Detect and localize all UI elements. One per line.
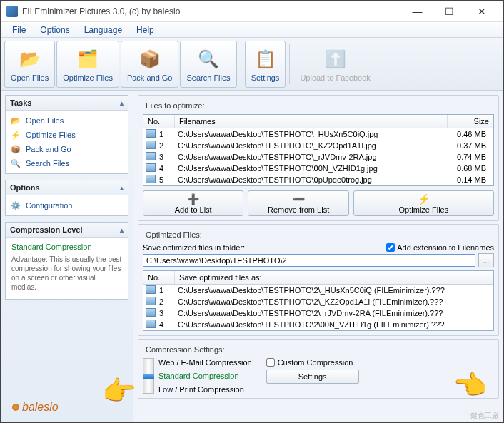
table-row[interactable]: 3C:\Users\wawa\Desktop\TESTPHOTO\_rJVDmv… (143, 151, 493, 163)
image-file-icon (146, 141, 156, 149)
save-folder-input[interactable] (143, 254, 475, 267)
search-icon: 🔍 (10, 158, 21, 168)
box-icon: 📦 (10, 144, 21, 154)
sidebar-item-pack-go[interactable]: 📦Pack and Go (9, 142, 125, 156)
compression-subtitle: Standard Compression (9, 240, 125, 253)
image-file-icon (146, 175, 156, 183)
compression-slider[interactable]: Web / E-Mail Compression Standard Compre… (143, 358, 252, 394)
col-size[interactable]: Size (448, 115, 493, 128)
toolbar-optimize-files[interactable]: 🗂️Optimize Files (56, 41, 119, 88)
settings-button[interactable]: Settings (266, 370, 359, 384)
level-standard[interactable]: Standard Compression (158, 372, 252, 380)
col-no[interactable]: No. (143, 115, 175, 128)
bolt-icon: ⚡ (10, 130, 21, 140)
files-to-optimize-label: Files to optimize: (143, 101, 208, 110)
plus-icon: ➕ (187, 193, 199, 205)
tasks-panel: Tasks▴ 📂Open Files ⚡Optimize Files 📦Pack… (5, 95, 128, 174)
level-low[interactable]: Low / Print Compression (158, 385, 252, 394)
table-row[interactable]: 5C:\Users\wawa\Desktop\TESTPHOTO\0pUpqe0… (143, 174, 493, 185)
files-list[interactable]: No. Filenames Size 1C:\Users\wawa\Deskto… (143, 114, 494, 186)
toolbar-upload-facebook: ⬆️Upload to Facebook (293, 41, 376, 88)
optimized-list[interactable]: No. Save optimized files as: 1C:\Users\w… (143, 270, 494, 331)
toolbar-pack-go[interactable]: 📦Pack and Go (121, 41, 179, 88)
menu-help[interactable]: Help (129, 24, 161, 36)
table-row[interactable]: 2C:\Users\wawa\Desktop\TESTPHOTO\2\_KZ2O… (143, 296, 493, 307)
minimize-button[interactable]: — (401, 1, 433, 22)
compression-settings-group: Compression Settings: Web / E-Mail Compr… (138, 339, 499, 399)
watermark: 鍵色工廠 (470, 411, 499, 421)
minus-icon: ➖ (293, 193, 305, 205)
col-saveas[interactable]: Save optimized files as: (175, 271, 493, 284)
table-row[interactable]: 4C:\Users\wawa\Desktop\TESTPHOTO\00N_VZH… (143, 163, 493, 174)
image-file-icon (146, 297, 156, 305)
pack-icon: 📦 (137, 46, 163, 72)
add-extension-checkbox[interactable]: Add extension to Filenames (386, 243, 494, 252)
col-filenames[interactable]: Filenames (175, 115, 448, 128)
image-file-icon (146, 152, 156, 160)
toolbar-separator (289, 44, 290, 84)
maximize-button[interactable]: ☐ (433, 1, 465, 22)
toolbar-settings[interactable]: 📋Settings (245, 41, 286, 88)
image-file-icon (146, 163, 156, 172)
main-area: Files to optimize: No. Filenames Size 1C… (133, 91, 503, 422)
options-title: Options (10, 183, 40, 192)
sidebar: Tasks▴ 📂Open Files ⚡Optimize Files 📦Pack… (1, 91, 133, 422)
sidebar-item-open-files[interactable]: 📂Open Files (9, 113, 125, 128)
chevron-up-icon[interactable]: ▴ (120, 226, 124, 234)
optimized-files-label: Optimized Files: (143, 230, 205, 239)
image-file-icon (146, 308, 156, 317)
sidebar-item-optimize-files[interactable]: ⚡Optimize Files (9, 128, 125, 142)
table-row[interactable]: 2C:\Users\wawa\Desktop\TESTPHOTO\_KZ2Opd… (143, 140, 493, 151)
table-row[interactable]: 1C:\Users\wawa\Desktop\TESTPHOTO\2\_HUsX… (143, 285, 493, 296)
image-file-icon (146, 129, 156, 138)
options-panel: Options▴ ⚙️Configuration (5, 180, 128, 216)
chevron-up-icon[interactable]: ▴ (120, 184, 124, 192)
table-row[interactable]: 4C:\Users\wawa\Desktop\TESTPHOTO\2\00N_V… (143, 319, 493, 330)
app-icon (6, 6, 18, 17)
menu-file[interactable]: File (5, 24, 33, 36)
tasks-title: Tasks (10, 98, 31, 107)
save-in-folder-label: Save optimized files in folder: (143, 243, 245, 252)
window-title: FILEminimizer Pictures 3.0, (c) by bales… (22, 6, 401, 16)
files-list-header: No. Filenames Size (143, 115, 493, 128)
settings-icon: 📋 (253, 46, 278, 72)
image-file-icon (146, 320, 156, 328)
titlebar: FILEminimizer Pictures 3.0, (c) by bales… (1, 1, 503, 22)
folder-open-icon: 📂 (17, 46, 43, 72)
compression-level-title: Compression Level (10, 225, 82, 234)
compression-level-panel: Compression Level▴ Standard Compression … (5, 222, 128, 300)
toolbar-open-files[interactable]: 📂Open Files (4, 41, 55, 88)
table-row[interactable]: 1C:\Users\wawa\Desktop\TESTPHOTO\_HUsXn5… (143, 128, 493, 140)
folder-icon: 📂 (10, 116, 21, 126)
facebook-icon: ⬆️ (323, 46, 348, 72)
custom-compression-checkbox[interactable]: Custom Compression (266, 358, 353, 367)
chevron-up-icon[interactable]: ▴ (120, 99, 124, 107)
remove-from-list-button[interactable]: ➖Remove from List (248, 190, 348, 216)
table-row[interactable]: 3C:\Users\wawa\Desktop\TESTPHOTO\2\_rJVD… (143, 307, 493, 319)
optimized-files-group: Optimized Files: Save optimized files in… (138, 224, 499, 336)
toolbar-separator (241, 44, 241, 84)
add-to-list-button[interactable]: ➕Add to List (143, 190, 243, 216)
col-no[interactable]: No. (143, 271, 175, 284)
files-to-optimize-group: Files to optimize: No. Filenames Size 1C… (138, 95, 499, 221)
optimize-files-button[interactable]: ⚡Optimize Files (353, 190, 494, 216)
sidebar-item-search-files[interactable]: 🔍Search Files (9, 156, 125, 170)
balesio-logo: balesio (5, 397, 128, 418)
sidebar-item-configuration[interactable]: ⚙️Configuration (9, 198, 125, 213)
browse-folder-button[interactable]: ... (478, 253, 494, 267)
toolbar: 📂Open Files 🗂️Optimize Files 📦Pack and G… (1, 38, 503, 91)
menu-options[interactable]: Options (33, 24, 76, 36)
close-button[interactable]: ✕ (465, 1, 498, 22)
optimize-icon: 🗂️ (75, 46, 101, 72)
gear-icon: ⚙️ (10, 200, 21, 210)
logo-dot-icon (12, 404, 19, 411)
compression-description: Advantage: This is usually the best comp… (9, 253, 125, 296)
slider-thumb[interactable] (143, 374, 154, 379)
level-web[interactable]: Web / E-Mail Compression (158, 358, 252, 367)
image-file-icon (146, 285, 156, 294)
toolbar-search-files[interactable]: 🔍Search Files (180, 41, 236, 88)
compression-settings-label: Compression Settings: (143, 345, 228, 354)
menu-language[interactable]: Language (77, 24, 129, 36)
search-icon: 🔍 (196, 46, 221, 72)
menubar: File Options Language Help (1, 22, 503, 38)
